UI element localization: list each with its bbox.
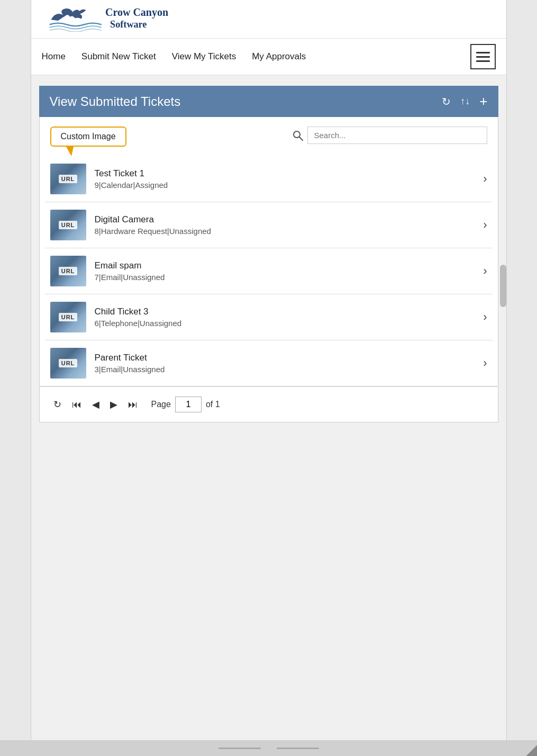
section-title: View Submitted Tickets bbox=[50, 94, 442, 109]
nav-home[interactable]: Home bbox=[42, 51, 66, 62]
ticket-meta: 7|Email|Unassigned bbox=[95, 273, 475, 282]
svg-text:Software: Software bbox=[110, 19, 147, 30]
ticket-info: Child Ticket 3 6|Telephone|Unassigned bbox=[95, 307, 475, 328]
bottom-bar bbox=[0, 740, 537, 756]
ticket-thumb-label: URL bbox=[59, 359, 78, 367]
next-page-button[interactable]: ▶ bbox=[107, 397, 121, 412]
scrollbar[interactable] bbox=[500, 265, 506, 307]
ticket-thumbnail: URL bbox=[50, 256, 86, 286]
svg-line-3 bbox=[299, 137, 303, 140]
first-page-button[interactable]: ⏮ bbox=[69, 397, 85, 412]
page-input[interactable] bbox=[175, 397, 202, 412]
ticket-arrow-icon: › bbox=[483, 356, 487, 370]
prev-page-icon: ◀ bbox=[92, 399, 99, 410]
page-of-label: of 1 bbox=[206, 400, 220, 409]
ticket-item[interactable]: URL Digital Camera 8|Hardware Request|Un… bbox=[45, 202, 493, 248]
ticket-item[interactable]: URL Child Ticket 3 6|Telephone|Unassigne… bbox=[45, 294, 493, 340]
nav-submit[interactable]: Submit New Ticket bbox=[81, 51, 156, 62]
toolbar: Custom Image bbox=[40, 117, 498, 156]
ticket-list: URL Test Ticket 1 9|Calendar|Assigned › … bbox=[40, 156, 498, 386]
logo-area: Crow Canyon Software bbox=[42, 5, 496, 32]
menu-bar-3 bbox=[476, 60, 490, 62]
sort-button[interactable]: ↑↓ bbox=[460, 96, 470, 107]
svg-point-2 bbox=[294, 131, 300, 138]
ticket-thumbnail: URL bbox=[50, 164, 86, 194]
logo-svg: Crow Canyon Software bbox=[42, 5, 169, 32]
ticket-item[interactable]: URL Email spam 7|Email|Unassigned › bbox=[45, 248, 493, 294]
ticket-thumbnail: URL bbox=[50, 348, 86, 379]
refresh-pagination-icon: ↻ bbox=[53, 399, 61, 410]
ticket-meta: 6|Telephone|Unassigned bbox=[95, 319, 475, 328]
menu-bar-2 bbox=[476, 56, 490, 58]
ticket-info: Test Ticket 1 9|Calendar|Assigned bbox=[95, 168, 475, 190]
ticket-thumb-label: URL bbox=[59, 313, 78, 321]
prev-page-button[interactable]: ◀ bbox=[89, 397, 103, 412]
tooltip-arrow bbox=[66, 147, 74, 156]
next-page-icon: ▶ bbox=[110, 399, 117, 410]
ticket-item[interactable]: URL Test Ticket 1 9|Calendar|Assigned › bbox=[45, 156, 493, 202]
search-input[interactable] bbox=[307, 127, 487, 144]
ticket-thumb-label: URL bbox=[59, 221, 78, 229]
page-label: Page bbox=[151, 400, 171, 409]
ticket-meta: 8|Hardware Request|Unassigned bbox=[95, 227, 475, 236]
ticket-title: Email spam bbox=[95, 260, 475, 271]
ticket-thumb-label: URL bbox=[59, 175, 78, 183]
nav-menu-button[interactable] bbox=[470, 44, 496, 69]
ticket-info: Digital Camera 8|Hardware Request|Unassi… bbox=[95, 214, 475, 236]
ticket-info: Parent Ticket 3|Email|Unassigned bbox=[95, 353, 475, 374]
ticket-title: Child Ticket 3 bbox=[95, 307, 475, 317]
custom-image-button[interactable]: Custom Image bbox=[50, 127, 126, 147]
ticket-info: Email spam 7|Email|Unassigned bbox=[95, 260, 475, 282]
add-icon: + bbox=[479, 93, 487, 110]
header: Crow Canyon Software bbox=[31, 0, 506, 39]
search-area bbox=[288, 127, 487, 144]
content-area: Custom Image URL Test Ticke bbox=[39, 117, 498, 386]
ticket-title: Parent Ticket bbox=[95, 353, 475, 363]
add-button[interactable]: + bbox=[479, 93, 487, 110]
ticket-meta: 9|Calendar|Assigned bbox=[95, 181, 475, 190]
ticket-thumbnail: URL bbox=[50, 210, 86, 240]
last-page-button[interactable]: ⏭ bbox=[125, 397, 141, 412]
svg-text:Crow Canyon: Crow Canyon bbox=[105, 6, 168, 19]
ticket-arrow-icon: › bbox=[483, 264, 487, 278]
pagination: ↻ ⏮ ◀ ▶ ⏭ Page of 1 bbox=[39, 386, 498, 422]
section-actions: ↻ ↑↓ + bbox=[442, 93, 487, 110]
ticket-arrow-icon: › bbox=[483, 172, 487, 186]
nav-approvals[interactable]: My Approvals bbox=[252, 51, 306, 62]
first-page-icon: ⏮ bbox=[72, 399, 81, 410]
nav-view[interactable]: View My Tickets bbox=[172, 51, 236, 62]
refresh-button[interactable]: ↻ bbox=[442, 95, 451, 108]
resize-handle[interactable] bbox=[526, 745, 537, 756]
nav-bar: Home Submit New Ticket View My Tickets M… bbox=[31, 39, 506, 75]
search-icon bbox=[288, 127, 307, 144]
menu-bar-1 bbox=[476, 52, 490, 53]
ticket-title: Test Ticket 1 bbox=[95, 168, 475, 179]
ticket-arrow-icon: › bbox=[483, 218, 487, 232]
ticket-arrow-icon: › bbox=[483, 310, 487, 324]
section-header: View Submitted Tickets ↻ ↑↓ + bbox=[39, 86, 498, 117]
ticket-thumb-label: URL bbox=[59, 267, 78, 275]
custom-image-tooltip: Custom Image bbox=[50, 127, 126, 147]
last-page-icon: ⏭ bbox=[128, 399, 138, 410]
sort-icon: ↑↓ bbox=[460, 96, 470, 107]
refresh-pagination-button[interactable]: ↻ bbox=[50, 397, 65, 412]
ticket-item[interactable]: URL Parent Ticket 3|Email|Unassigned › bbox=[45, 340, 493, 386]
bottom-bar-line-1 bbox=[219, 748, 261, 749]
refresh-icon: ↻ bbox=[442, 95, 451, 108]
ticket-title: Digital Camera bbox=[95, 214, 475, 225]
bottom-bar-line-2 bbox=[277, 748, 319, 749]
ticket-meta: 3|Email|Unassigned bbox=[95, 365, 475, 374]
ticket-thumbnail: URL bbox=[50, 302, 86, 332]
